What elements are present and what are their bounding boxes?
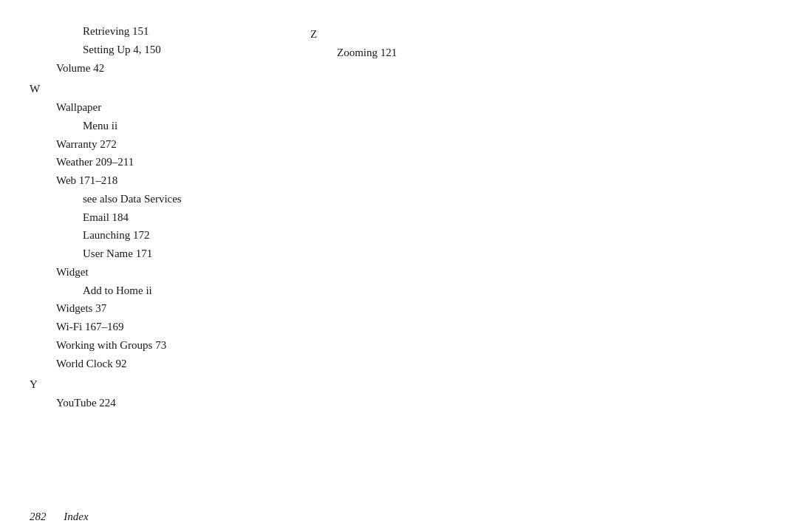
list-item: Z [310,25,768,44]
left-index-entries: Retrieving 151Setting Up 4, 150Volume 42… [30,22,310,412]
footer-page-number: 282 [30,511,47,522]
list-item: User Name 171 [30,245,310,263]
list-item: Warranty 272 [30,135,310,154]
right-column: ZZooming 121 [310,22,768,412]
two-column-layout: Retrieving 151Setting Up 4, 150Volume 42… [30,22,768,412]
list-item: Email 184 [30,208,310,227]
list-item: Wallpaper [30,98,310,117]
left-column: Retrieving 151Setting Up 4, 150Volume 42… [30,22,310,412]
list-item: Widget [30,263,310,282]
list-item: W [30,80,310,98]
list-item: Retrieving 151 [30,22,310,41]
list-item: Menu ii [30,117,310,135]
list-item: World Clock 92 [30,355,310,373]
list-item: Add to Home ii [30,282,310,300]
list-item: Working with Groups 73 [30,336,310,355]
page-content: Retrieving 151Setting Up 4, 150Volume 42… [30,22,768,502]
list-item: Zooming 121 [310,44,768,62]
list-item: Weather 209–211 [30,153,310,171]
right-index-entries: ZZooming 121 [310,25,768,62]
list-item: Widgets 37 [30,299,310,318]
list-item: Web 171–218 [30,171,310,190]
footer-label: Index [64,511,88,522]
page-footer: 282 Index [30,511,89,523]
list-item: Volume 42 [30,59,310,78]
list-item: Wi-Fi 167–169 [30,318,310,336]
list-item: see also Data Services [30,190,310,208]
list-item: YouTube 224 [30,394,310,412]
list-item: Setting Up 4, 150 [30,41,310,59]
list-item: Y [30,375,310,394]
list-item: Launching 172 [30,226,310,245]
